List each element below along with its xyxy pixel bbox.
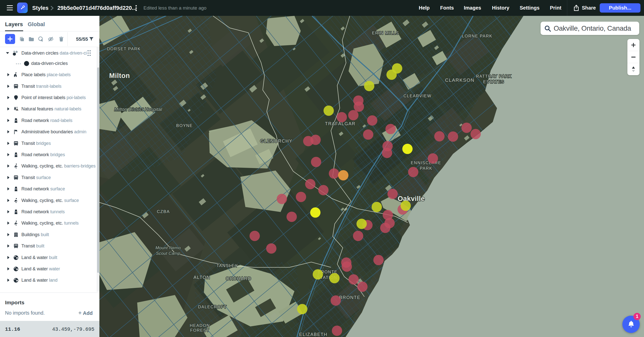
svg-text:ESTATES: ESTATES [483, 79, 504, 84]
svg-text:Milton: Milton [109, 72, 130, 79]
svg-text:Scout Camp: Scout Camp [156, 251, 180, 256]
svg-text:DORSET PARK: DORSET PARK [107, 47, 141, 51]
svg-text:RATTRAY PARK: RATTRAY PARK [476, 74, 512, 78]
svg-text:LORNE PARK: LORNE PARK [462, 34, 492, 38]
svg-text:CLARKSON: CLARKSON [445, 77, 474, 83]
svg-text:ALTON: ALTON [194, 275, 210, 280]
svg-text:A: A [15, 188, 17, 190]
svg-text:FOREST: FOREST [190, 328, 210, 332]
svg-text:BOYNE: BOYNE [176, 123, 193, 128]
svg-text:ELIZABETH: ELIZABETH [299, 332, 327, 337]
svg-text:CLEARVIEW: CLEARVIEW [403, 94, 431, 98]
svg-text:A: A [15, 153, 17, 156]
svg-text:DALECROFT: DALECROFT [198, 305, 227, 309]
svg-text:ORCHARD: ORCHARD [226, 276, 251, 281]
svg-text:A: A [15, 210, 17, 213]
svg-text:ERIN MILLS: ERIN MILLS [372, 31, 399, 35]
svg-text:BRONTE: BRONTE [339, 295, 361, 300]
svg-text:Milton District Hospital: Milton District Hospital [114, 107, 162, 112]
svg-text:GLENORCHY: GLENORCHY [260, 139, 292, 144]
svg-text:A: A [15, 119, 17, 122]
svg-text:CZBA: CZBA [157, 209, 170, 214]
svg-text:Mount Nemo: Mount Nemo [156, 245, 181, 250]
svg-text:Oakville: Oakville [398, 195, 425, 202]
svg-text:TANSLEY: TANSLEY [216, 263, 238, 268]
svg-text:HEADON: HEADON [190, 323, 210, 328]
svg-text:PARK: PARK [420, 166, 432, 171]
